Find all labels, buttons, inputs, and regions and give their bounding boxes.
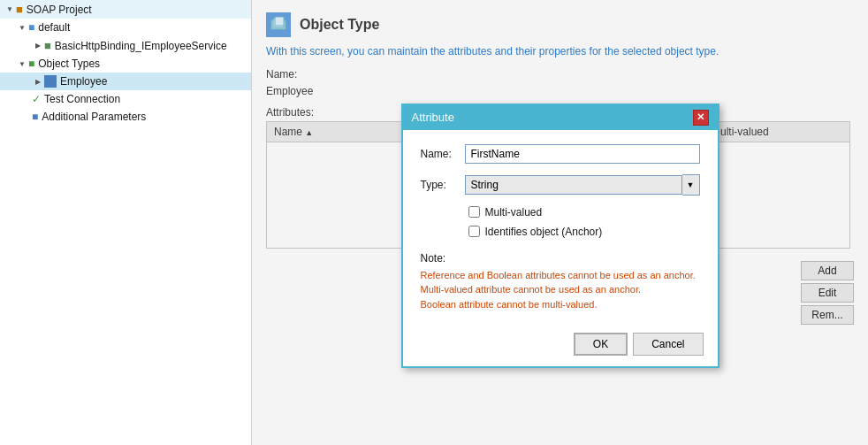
sidebar-item-test-connection[interactable]: ✓ Test Connection bbox=[0, 90, 251, 108]
dialog-note-line-2: Multi-valued attribute cannot be used as… bbox=[421, 282, 700, 297]
attribute-dialog: Attribute ✕ Name: Type: String Integer bbox=[401, 104, 720, 369]
sidebar-item-default[interactable]: ▼ ■ default bbox=[0, 19, 251, 36]
select-arrow-button[interactable]: ▼ bbox=[682, 174, 700, 196]
sidebar-item-additional-params[interactable]: ■ Additional Parameters bbox=[0, 108, 251, 126]
dialog-ok-button[interactable]: OK bbox=[574, 333, 628, 356]
objtype-icon: ■ bbox=[28, 58, 34, 70]
expand-arrow-employee[interactable]: ▶ bbox=[32, 75, 44, 88]
dialog-name-label: Name: bbox=[421, 148, 465, 160]
sidebar: ▼ ■ SOAP Project ▼ ■ default ▶ ■ BasicHt… bbox=[0, 0, 252, 445]
dialog-anchor-checkbox[interactable] bbox=[468, 226, 480, 237]
sidebar-item-binding[interactable]: ▶ ■ BasicHttpBinding_IEmployeeService bbox=[0, 36, 251, 55]
dialog-multivalued-label: Multi-valued bbox=[485, 206, 543, 219]
main-content: Object Type With this screen, you can ma… bbox=[252, 0, 868, 445]
sidebar-label-binding: BasicHttpBinding_IEmployeeService bbox=[55, 40, 227, 52]
dialog-title: Attribute bbox=[412, 111, 454, 124]
dialog-type-label: Type: bbox=[421, 179, 465, 191]
dialog-type-row: Type: String Integer Boolean Reference B… bbox=[421, 174, 700, 196]
expand-arrow-objtypes[interactable]: ▼ bbox=[16, 58, 28, 70]
sidebar-item-soap-project[interactable]: ▼ ■ SOAP Project bbox=[0, 0, 251, 19]
dialog-name-row: Name: bbox=[421, 144, 700, 164]
soap-icon: ■ bbox=[16, 3, 23, 16]
sidebar-item-employee[interactable]: ▶ Employee bbox=[0, 73, 251, 90]
sidebar-label-soap-project: SOAP Project bbox=[27, 4, 92, 16]
dialog-close-button[interactable]: ✕ bbox=[693, 110, 709, 126]
dialog-cancel-button[interactable]: Cancel bbox=[633, 333, 703, 356]
dialog-body: Name: Type: String Integer Boolean Refer… bbox=[403, 130, 718, 326]
dialog-multivalued-row: Multi-valued bbox=[468, 206, 700, 219]
dialog-anchor-label: Identifies object (Anchor) bbox=[485, 226, 603, 238]
dialog-type-select[interactable]: String Integer Boolean Reference Binary bbox=[465, 175, 682, 195]
sidebar-label-default: default bbox=[38, 21, 70, 34]
sidebar-label-additional-params: Additional Parameters bbox=[42, 111, 146, 123]
dialog-note-line-1: Reference and Boolean attributes cannot … bbox=[421, 268, 700, 283]
expand-arrow-binding[interactable]: ▶ bbox=[32, 40, 44, 52]
sidebar-label-test-connection: Test Connection bbox=[44, 93, 120, 105]
dialog-multivalued-checkbox[interactable] bbox=[468, 206, 480, 218]
dialog-footer: OK Cancel bbox=[403, 326, 718, 366]
dialog-anchor-row: Identifies object (Anchor) bbox=[468, 226, 700, 238]
folder-icon-default: ■ bbox=[28, 21, 34, 34]
dialog-note-title: Note: bbox=[421, 252, 700, 265]
binding-icon: ■ bbox=[44, 39, 51, 52]
dialog-type-select-wrapper: String Integer Boolean Reference Binary … bbox=[465, 174, 700, 196]
test-icon: ✓ bbox=[32, 93, 41, 105]
sidebar-label-object-types: Object Types bbox=[38, 58, 100, 70]
addparam-icon: ■ bbox=[32, 111, 38, 123]
sidebar-label-employee: Employee bbox=[60, 75, 107, 88]
expand-arrow-soap[interactable]: ▼ bbox=[4, 4, 16, 16]
expand-arrow-default[interactable]: ▼ bbox=[16, 21, 28, 34]
dialog-note-line-3: Boolean attribute cannot be multi-valued… bbox=[421, 297, 700, 312]
dialog-name-input[interactable] bbox=[465, 144, 700, 164]
dialog-titlebar: Attribute ✕ bbox=[403, 105, 718, 130]
dialog-note: Note: Reference and Boolean attributes c… bbox=[421, 245, 700, 312]
employee-icon bbox=[44, 75, 57, 88]
dialog-overlay: Attribute ✕ Name: Type: String Integer bbox=[252, 0, 868, 445]
sidebar-item-object-types[interactable]: ▼ ■ Object Types bbox=[0, 55, 251, 73]
